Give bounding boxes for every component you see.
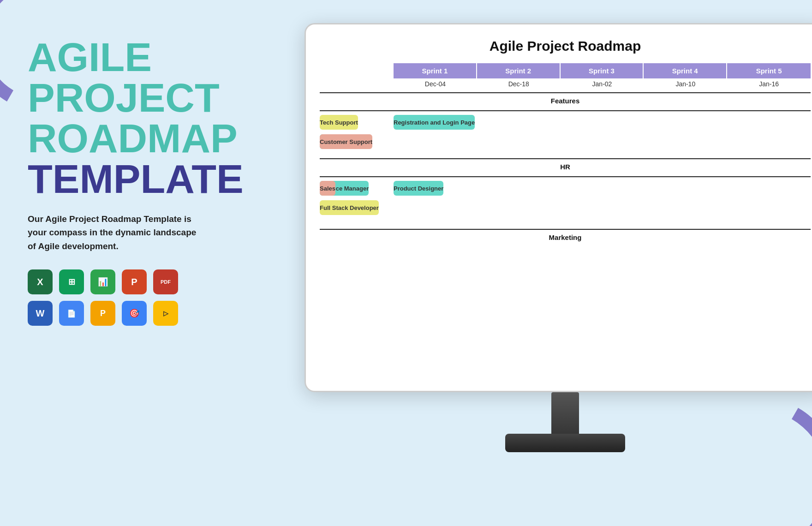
bar-full-stack: Full Stack Developer <box>320 200 379 215</box>
pdf-icon[interactable]: PDF <box>153 269 178 294</box>
sprint-5-date: Jan-16 <box>727 78 811 90</box>
sprint-4-date: Jan-10 <box>644 78 727 90</box>
features-gantt-area: Registration and Login Page Shopping Car… <box>320 113 811 155</box>
divider-features <box>320 92 811 93</box>
numbers-icon[interactable]: 📊 <box>90 269 115 294</box>
google-slides-icon[interactable]: ▷ <box>153 301 178 326</box>
bar-product-designer: Product Designer <box>394 181 443 196</box>
divider-hr-bottom <box>320 176 811 177</box>
features-section-label: Features <box>320 95 811 108</box>
left-panel: AGILE PROJECT ROADMAP TEMPLATE Our Agile… <box>28 37 221 326</box>
divider-features-bottom <box>320 110 811 111</box>
powerpoint-icon[interactable]: P <box>122 269 147 294</box>
hr-gantt-area: Product Designer Full Stack Developer Fi… <box>320 179 811 225</box>
title-line-4: TEMPLATE <box>28 159 221 199</box>
sprint-5-header: Sprint 5 <box>727 63 811 78</box>
divider-marketing <box>320 229 811 230</box>
date-empty-col <box>320 78 394 90</box>
bar-registration: Registration and Login Page <box>394 115 475 130</box>
google-sheets-icon[interactable]: ⊞ <box>59 269 84 294</box>
app-icons-row: X ⊞ 📊 P PDF <box>28 269 221 294</box>
sprint-2-date: Dec-18 <box>477 78 561 90</box>
pages-icon[interactable]: P <box>90 301 115 326</box>
description-text: Our Agile Project Roadmap Template is yo… <box>28 212 203 253</box>
word-icon[interactable]: W <box>28 301 53 326</box>
date-row: Dec-04 Dec-18 Jan-02 Jan-10 Jan-16 <box>320 78 811 90</box>
sprint-3-date: Jan-02 <box>561 78 644 90</box>
title-line-1: AGILE <box>28 37 221 78</box>
monitor-screen: Agile Project Roadmap Sprint 1 Sprint 2 … <box>304 23 812 392</box>
hr-section-label: HR <box>320 161 811 173</box>
sprint-1-header: Sprint 1 <box>394 63 477 78</box>
monitor-stand-base <box>505 434 625 452</box>
main-title: AGILE PROJECT ROADMAP TEMPLATE <box>28 37 221 199</box>
sprint-1-date: Dec-04 <box>394 78 477 90</box>
monitor: Agile Project Roadmap Sprint 1 Sprint 2 … <box>304 23 812 457</box>
bar-tech-support: Tech Support <box>320 115 358 130</box>
excel-icon[interactable]: X <box>28 269 53 294</box>
sprint-3-header: Sprint 3 <box>561 63 644 78</box>
header-empty-col <box>320 63 394 78</box>
marketing-section-label: Marketing <box>320 232 811 244</box>
bar-sales: Sales <box>320 181 335 196</box>
title-line-3: ROADMAP <box>28 118 221 159</box>
monitor-stand-neck <box>551 392 579 438</box>
keynote-icon[interactable]: 🎯 <box>122 301 147 326</box>
sprint-4-header: Sprint 4 <box>644 63 727 78</box>
google-docs-icon[interactable]: 📄 <box>59 301 84 326</box>
screen-content: Agile Project Roadmap Sprint 1 Sprint 2 … <box>306 24 812 391</box>
app-icons-row-2: W 📄 P 🎯 ▷ <box>28 301 221 326</box>
bar-customer-support: Customer Support <box>320 134 372 149</box>
chart-title: Agile Project Roadmap <box>320 38 811 54</box>
divider-hr <box>320 158 811 159</box>
title-line-2: PROJECT <box>28 78 221 118</box>
sprint-2-header: Sprint 2 <box>477 63 561 78</box>
sprint-header-row: Sprint 1 Sprint 2 Sprint 3 Sprint 4 Spri… <box>320 63 811 78</box>
